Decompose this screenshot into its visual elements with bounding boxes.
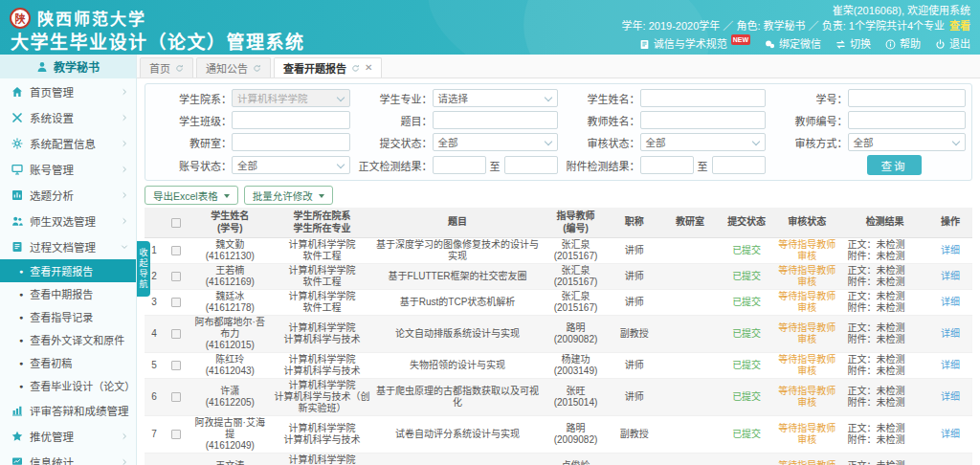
system-title: 大学生毕业设计（论文）管理系统 xyxy=(11,28,305,54)
thesis-title-input[interactable] xyxy=(433,111,558,129)
sidebar-item-信息统计[interactable]: 信息统计 xyxy=(0,449,136,465)
row-checkbox[interactable] xyxy=(171,329,181,339)
teacher-number-input[interactable] xyxy=(848,111,967,129)
submit-status: 已提交 xyxy=(732,429,761,439)
student-major-select[interactable]: 请选择 xyxy=(433,89,558,107)
attachment-check: 附件：未检测 xyxy=(847,251,925,262)
header-link-swap[interactable]: 切换 xyxy=(835,36,871,52)
sidebar-subitem-查看初稿[interactable]: ●查看初稿 xyxy=(0,351,136,374)
teacher-id: (2015167) xyxy=(544,251,607,262)
sidebar-subitem-查看指导记录[interactable]: ●查看指导记录 xyxy=(0,305,136,328)
filter-label: 审核方式： xyxy=(768,135,848,150)
header-index xyxy=(145,208,164,238)
detail-link[interactable]: 详细 xyxy=(941,360,960,370)
sidebar-item-系统配置信息[interactable]: 系统配置信息 xyxy=(0,130,136,156)
check-result-cell: 正文：未检测附件：未检测 xyxy=(841,379,927,416)
submit-status-cell: 已提交 xyxy=(721,264,772,290)
detail-link[interactable]: 详细 xyxy=(941,429,960,439)
rank-cell: 副教授 xyxy=(610,316,659,353)
filter-field-account-status: 账号状态：全部 xyxy=(151,155,350,175)
action-cell: 详细 xyxy=(928,379,972,416)
header-link-label: 帮助 xyxy=(900,36,921,52)
student-number-input[interactable] xyxy=(848,89,967,107)
student-name: 魏文勤 xyxy=(190,239,269,251)
detail-link[interactable]: 详细 xyxy=(941,391,960,402)
check-result-cell: 正文：未检测附件：未检测 xyxy=(841,454,927,465)
header-link-power[interactable]: 退出 xyxy=(935,36,970,52)
view-responsibility-link[interactable]: 查看 xyxy=(949,20,970,32)
tab-通知公告[interactable]: 通知公告 xyxy=(196,57,271,78)
detail-link[interactable]: 详细 xyxy=(941,245,960,255)
header-line: 操作 xyxy=(929,216,971,229)
sidebar-subitem-查看毕业设计（论文）[interactable]: ●查看毕业设计（论文） xyxy=(0,374,136,397)
teacher-name-input[interactable] xyxy=(640,111,766,129)
chevron-right-icon xyxy=(121,432,128,440)
student-class-input[interactable] xyxy=(232,111,350,129)
row-checkbox[interactable] xyxy=(171,298,181,307)
tab-查看开题报告[interactable]: 查看开题报告✕ xyxy=(274,57,382,78)
maintext-check: 正文：未检测 xyxy=(847,386,925,397)
teacher-cell: 张汇泉(2015167) xyxy=(542,290,609,316)
audit-status-cell: 等待指导教师审核 xyxy=(772,264,841,290)
collapse-nav-tab[interactable]: 收起导航 xyxy=(137,241,150,297)
table-row: 4阿布都喀地尔·吾布力(41612015)计算机科学学院计算机科学与技术论文自动… xyxy=(145,316,972,353)
account-status-select[interactable]: 全部 xyxy=(232,156,350,174)
sidebar-subitem-查看中期报告[interactable]: ●查看中期报告 xyxy=(0,282,136,305)
attachment-check-range-from-input[interactable] xyxy=(640,156,694,174)
filter-label: 学生专业： xyxy=(352,91,433,106)
detail-link[interactable]: 详细 xyxy=(941,297,960,307)
row-checkbox[interactable] xyxy=(171,361,181,370)
sidebar-item-账号管理[interactable]: 账号管理 xyxy=(0,156,136,182)
tab-首页[interactable]: 首页 xyxy=(140,57,193,78)
teacher-cell: 卢俊岭(1997008) xyxy=(542,454,609,465)
close-icon[interactable]: ✕ xyxy=(365,63,372,73)
row-checkbox-cell xyxy=(164,416,189,454)
export-excel-button[interactable]: 导出Excel表格 xyxy=(145,186,238,205)
row-checkbox[interactable] xyxy=(171,272,181,281)
student-name: 阿孜提古丽·艾海提 xyxy=(190,417,269,440)
bullet-icon: ● xyxy=(19,360,23,366)
sidebar-item-系统设置[interactable]: 系统设置 xyxy=(0,104,136,130)
audit-mode-select[interactable]: 全部 xyxy=(848,133,967,151)
header-link-wechat[interactable]: 绑定微信 xyxy=(765,36,821,52)
header-link-help[interactable]: 帮助 xyxy=(885,36,921,52)
sidebar-item-师生双选管理[interactable]: 师生双选管理 xyxy=(0,208,136,233)
sidebar-item-评审答辩和成绩管理[interactable]: 评审答辩和成绩管理 xyxy=(0,397,136,423)
sidebar-subitem-label: 查看开题报告 xyxy=(30,263,93,278)
student-college-select[interactable]: 计算机科学学院 xyxy=(232,89,350,107)
audit-status-select[interactable]: 全部 xyxy=(640,133,766,151)
office-cell xyxy=(659,264,721,290)
row-checkbox-cell xyxy=(164,353,189,379)
rank-cell: 讲师 xyxy=(610,379,659,416)
thesis-title-cell: 试卷自动评分系统设计与实现 xyxy=(373,416,543,454)
row-checkbox[interactable] xyxy=(171,430,181,439)
attachment-check: 附件：未检测 xyxy=(847,334,925,345)
header-nav-links: 诚信与学术规范NEW绑定微信切换帮助退出 xyxy=(622,36,970,52)
submit-status-select[interactable]: 全部 xyxy=(433,133,558,151)
detail-link[interactable]: 详细 xyxy=(941,328,960,339)
detail-link[interactable]: 详细 xyxy=(941,271,960,281)
sidebar-item-过程文档管理[interactable]: 过程文档管理 xyxy=(0,233,136,259)
bullet-icon: ● xyxy=(19,314,23,321)
row-checkbox[interactable] xyxy=(171,246,181,255)
batch-allow-edit-button[interactable]: 批量允许修改 xyxy=(244,186,333,205)
maintext-check-range-from-input[interactable] xyxy=(433,156,486,174)
batch-allow-edit-label: 批量允许修改 xyxy=(253,188,313,203)
student-name-input[interactable] xyxy=(640,89,766,107)
sidebar-subitem-label: 查看外文译文和原件 xyxy=(30,332,124,347)
attachment-check-range-to-input[interactable] xyxy=(712,156,766,174)
teaching-office-input[interactable] xyxy=(232,133,350,151)
sidebar-subitem-查看开题报告[interactable]: ●查看开题报告 xyxy=(0,259,136,282)
sidebar-item-首页管理[interactable]: 首页管理 xyxy=(0,78,136,104)
sidebar-item-推优管理[interactable]: 推优管理 xyxy=(0,423,136,449)
search-button[interactable]: 查询 xyxy=(867,155,922,175)
maintext-check-range-to-input[interactable] xyxy=(504,156,558,174)
row-checkbox[interactable] xyxy=(171,392,181,402)
office-cell xyxy=(659,454,721,465)
header-link-doc[interactable]: 诚信与学术规范NEW xyxy=(639,36,750,52)
filter-field-student-major: 学生专业：请选择 xyxy=(352,89,558,107)
sidebar-item-选题分析[interactable]: 选题分析 xyxy=(0,182,136,208)
sidebar-subitem-查看外文译文和原件[interactable]: ●查看外文译文和原件 xyxy=(0,328,136,351)
new-badge: NEW xyxy=(731,34,750,45)
select-all-checkbox[interactable] xyxy=(171,218,181,228)
